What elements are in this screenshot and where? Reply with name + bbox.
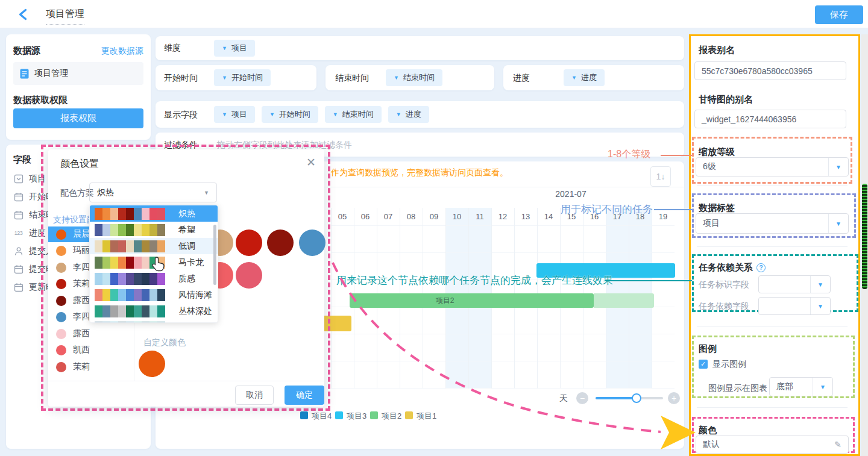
help-icon[interactable]: ? <box>756 263 766 272</box>
divider <box>697 407 848 408</box>
zoom-slider-fill <box>596 397 636 399</box>
display-tag-progress[interactable]: ▼进度 <box>388 106 429 123</box>
series-label: 晨晨 <box>73 229 90 240</box>
series-item-6[interactable]: 露西 <box>48 326 134 342</box>
legend-position-select[interactable]: 底部 ▼ <box>769 377 833 396</box>
palette-swatch <box>118 305 126 317</box>
datasource-name: 项目管理 <box>34 68 68 79</box>
fields-title: 字段 <box>13 154 31 166</box>
series-label: 李四 <box>73 311 90 322</box>
progress-row: 进度 ▼进度 <box>503 65 684 90</box>
legend-item[interactable]: 项目3 <box>347 411 366 422</box>
cursor-pointer-icon <box>152 257 165 275</box>
palette-swatch <box>126 224 134 236</box>
scrollbar-thumb[interactable] <box>862 184 867 289</box>
palette-option-blazing[interactable]: 炽热 <box>90 205 218 222</box>
zoom-slider-handle[interactable] <box>632 393 641 403</box>
palette-swatch <box>102 305 110 317</box>
palette-swatch <box>102 208 110 220</box>
cancel-button[interactable]: 取消 <box>235 386 274 405</box>
calendar-icon <box>13 283 24 293</box>
data-tag-select[interactable]: 项目 ▼ <box>696 213 849 234</box>
edit-pencil-icon[interactable]: ✎ <box>834 440 841 449</box>
permission-title: 数据获取权限 <box>13 95 68 106</box>
palette-swatch <box>126 240 134 252</box>
close-icon[interactable]: ✕ <box>306 155 316 169</box>
palette-swatch <box>134 289 142 301</box>
palette-option-beach[interactable]: 风情海滩 <box>90 287 218 303</box>
display-tag-end-time[interactable]: ▼结束时间 <box>325 106 382 123</box>
change-datasource-link[interactable]: 更改数据源 <box>101 46 143 57</box>
palette-swatch <box>118 289 126 301</box>
show-legend-checkbox[interactable]: ✓ <box>699 360 708 369</box>
dimension-tag[interactable]: ▼项目 <box>214 40 255 57</box>
confirm-button[interactable]: 确定 <box>285 386 324 405</box>
tag-label: 结束时间 <box>342 109 374 120</box>
display-tag-project[interactable]: ▼项目 <box>214 106 255 123</box>
palette-swatch <box>102 289 110 301</box>
series-item-7[interactable]: 凯西 <box>48 342 134 358</box>
document-icon <box>20 69 29 79</box>
scheme-dropdown[interactable]: 炽热 ▼ <box>89 183 217 202</box>
series-label: 茉莉 <box>73 278 90 289</box>
day-label: 10 <box>445 212 468 221</box>
back-button[interactable] <box>17 8 30 21</box>
legend-item[interactable]: 项目1 <box>417 411 436 422</box>
divider <box>697 185 848 186</box>
tag-label: 项目 <box>231 109 247 120</box>
caret-down-icon: ▼ <box>269 111 275 117</box>
custom-color-circle[interactable] <box>139 351 165 377</box>
palette-swatch <box>157 208 165 220</box>
display-fields-row: 显示字段 ▼项目 ▼开始时间 ▼结束时间 ▼进度 <box>156 101 684 128</box>
palette-swatch <box>142 224 149 236</box>
dimension-label: 维度 <box>164 43 181 54</box>
color-setting-input[interactable]: 默认 ✎ <box>696 436 849 454</box>
start-time-label: 开始时间 <box>164 73 198 84</box>
report-alias-value: 55c7c730e6780a580cc03965 <box>702 66 813 76</box>
caret-down-icon: ▼ <box>222 45 227 51</box>
display-tag-start-time[interactable]: ▼开始时间 <box>262 106 318 123</box>
palette-option-jungle[interactable]: 丛林深处 <box>90 303 218 319</box>
note-data-tag: 用于标记不同的任务 <box>561 202 653 216</box>
legend-item[interactable]: 项目2 <box>382 411 401 422</box>
palette-label: 丛林深处 <box>178 306 212 317</box>
calendar-icon <box>13 210 24 220</box>
save-button[interactable]: 保存 <box>815 5 863 24</box>
palette-option-lowkey[interactable]: 低调 <box>90 238 218 254</box>
palette-swatch <box>110 322 118 323</box>
palette-label: 希望 <box>178 225 195 236</box>
data-tag-value: 项目 <box>696 214 828 233</box>
palette-swatch <box>134 240 142 252</box>
start-time-tag[interactable]: ▼开始时间 <box>214 69 271 86</box>
display-fields-label: 显示字段 <box>164 110 198 120</box>
end-time-tag[interactable]: ▼结束时间 <box>386 69 442 86</box>
task-id-field-select[interactable]: ▼ <box>758 275 831 293</box>
palette-swatch <box>134 273 142 285</box>
modal-title: 颜色设置 <box>60 158 99 170</box>
palette-swatch <box>142 289 149 301</box>
palette-option-partial[interactable] <box>90 319 218 323</box>
series-item-8[interactable]: 茉莉 <box>48 359 134 375</box>
legend-item[interactable]: 项目4 <box>312 411 332 422</box>
tag-label: 结束时间 <box>403 72 435 83</box>
tag-label: 项目 <box>231 43 247 54</box>
zoom-level-select[interactable]: 6级 ▼ <box>696 157 849 176</box>
datasource-item[interactable]: 项目管理 <box>13 62 143 85</box>
caret-down-icon: ▼ <box>810 276 830 293</box>
zoom-out-button[interactable]: − <box>576 392 588 404</box>
zoom-in-button[interactable]: + <box>668 392 680 404</box>
report-alias-input[interactable]: 55c7c730e6780a580cc03965 <box>694 61 846 80</box>
dropdown-scrollbar[interactable] <box>213 225 216 285</box>
palette-swatch <box>110 224 118 236</box>
gantt-alias-input[interactable]: _widget_1627444063956 <box>694 110 846 128</box>
legend-swatch <box>405 411 413 419</box>
progress-tag[interactable]: ▼进度 <box>564 69 605 86</box>
palette-preview-circle <box>299 230 326 256</box>
task-dep-field-select[interactable]: ▼ <box>758 297 831 315</box>
sort-order-button[interactable]: 1↓ <box>650 166 671 187</box>
calendar-icon <box>13 264 24 275</box>
palette-label: 风情海滩 <box>178 290 212 301</box>
palette-swatch <box>102 322 110 323</box>
palette-option-hope[interactable]: 希望 <box>90 222 218 238</box>
report-permission-button[interactable]: 报表权限 <box>13 108 143 128</box>
